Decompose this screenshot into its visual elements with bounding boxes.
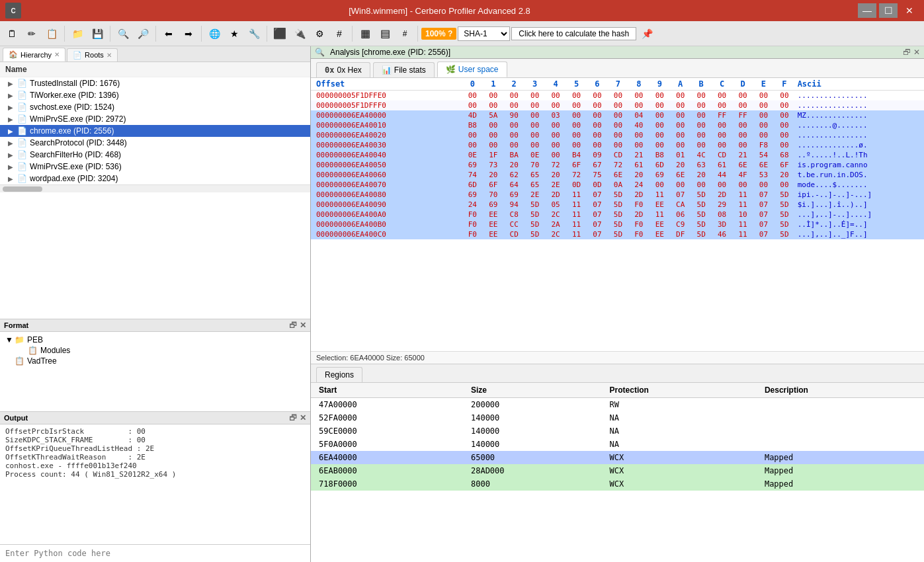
hex-byte[interactable]: 5D — [691, 190, 711, 200]
hex-byte[interactable]: 00 — [712, 91, 732, 101]
tb-save-icon[interactable]: 🗒 — [3, 24, 21, 43]
hex-byte[interactable]: 6E — [732, 160, 753, 170]
hex-byte[interactable]: 5D — [774, 190, 794, 200]
tb-pin-icon[interactable]: 📌 — [638, 24, 656, 43]
expander-icon[interactable]: ▶ — [8, 92, 17, 99]
hex-byte[interactable]: 00 — [545, 91, 566, 101]
tb-grid1-icon[interactable]: ▦ — [356, 24, 374, 43]
hex-byte[interactable]: 00 — [525, 120, 545, 130]
hex-byte[interactable]: 20 — [774, 170, 794, 180]
hex-byte[interactable]: 2D — [545, 190, 566, 200]
tb-back-icon[interactable]: ⬅ — [159, 24, 178, 43]
hex-byte[interactable]: 94 — [504, 200, 525, 210]
hex-byte[interactable]: 00 — [774, 180, 794, 190]
hex-byte[interactable]: 00 — [608, 130, 628, 140]
hex-byte[interactable]: 07 — [587, 210, 607, 220]
hex-byte[interactable]: 07 — [587, 200, 607, 210]
hex-byte[interactable]: 11 — [566, 210, 587, 220]
hex-byte[interactable]: 07 — [587, 190, 607, 200]
hex-row[interactable]: 000000006EA40060742062652072756E20696E20… — [311, 170, 924, 180]
hex-byte[interactable]: 00 — [608, 110, 628, 120]
hex-byte[interactable]: 00 — [462, 140, 483, 150]
hex-byte[interactable]: BA — [504, 150, 525, 160]
hex-byte[interactable]: 00 — [566, 110, 587, 120]
hex-byte[interactable]: 01 — [670, 150, 691, 160]
expander-icon[interactable]: ▶ — [8, 140, 17, 147]
hex-byte[interactable]: 5D — [608, 229, 628, 239]
hex-byte[interactable]: 00 — [732, 140, 753, 150]
hex-byte[interactable]: 07 — [753, 220, 774, 229]
hex-byte[interactable]: 00 — [525, 110, 545, 120]
hex-byte[interactable]: FF — [732, 110, 753, 120]
close-button[interactable]: ✕ — [900, 3, 919, 18]
hex-byte[interactable]: 00 — [628, 130, 649, 140]
hex-byte[interactable]: 00 — [732, 100, 753, 110]
regions-table-container[interactable]: Start Size Protection Description 47A000… — [311, 383, 924, 562]
hex-byte[interactable]: 00 — [504, 100, 525, 110]
hex-byte[interactable]: 05 — [545, 200, 566, 210]
hex-byte[interactable]: 69 — [462, 160, 483, 170]
hex-byte[interactable]: 5D — [691, 200, 711, 210]
hex-byte[interactable]: 54 — [753, 150, 774, 160]
expander-icon[interactable]: ▶ — [8, 175, 17, 182]
hex-byte[interactable]: 5D — [691, 229, 711, 239]
hex-byte[interactable]: 00 — [545, 140, 566, 150]
hex-byte[interactable]: 6F — [566, 160, 587, 170]
hex-byte[interactable]: EE — [650, 220, 670, 229]
python-input[interactable] — [0, 545, 310, 562]
hex-byte[interactable]: F0 — [628, 229, 649, 239]
roots-tab-close[interactable]: ✕ — [106, 52, 112, 59]
expander-icon[interactable]: ▶ — [8, 116, 17, 123]
peb-expander-icon[interactable]: ▼ — [5, 335, 15, 344]
hex-byte[interactable]: 2E — [545, 180, 566, 190]
regions-row[interactable]: 6EA4000065000WCXMapped — [311, 451, 924, 464]
hex-byte[interactable]: 06 — [670, 210, 691, 220]
tb-open-icon[interactable]: 📁 — [68, 24, 87, 43]
hex-byte[interactable]: 09 — [587, 150, 607, 160]
hex-byte[interactable]: 20 — [483, 170, 503, 180]
hex-row[interactable]: 000000006EA400C0F0EECD5D2C11075DF0EEDF5D… — [311, 229, 924, 239]
hex-byte[interactable]: 6D — [462, 180, 483, 190]
hex-byte[interactable]: 5A — [483, 110, 503, 120]
hex-byte[interactable]: 20 — [628, 170, 649, 180]
hex-byte[interactable]: 90 — [504, 110, 525, 120]
hex-byte[interactable]: 6F — [774, 160, 794, 170]
hex-byte[interactable]: 00 — [753, 180, 774, 190]
tb-hash-icon[interactable]: # — [330, 24, 349, 43]
hex-byte[interactable]: 00 — [525, 140, 545, 150]
hex-byte[interactable]: 5D — [525, 200, 545, 210]
hex-byte[interactable]: 00 — [691, 110, 711, 120]
hex-byte[interactable]: 44 — [712, 170, 732, 180]
hex-row[interactable]: 000000006EA40030000000000000000000000000… — [311, 140, 924, 150]
hex-byte[interactable]: 11 — [566, 229, 587, 239]
tb-star-icon[interactable]: ★ — [225, 24, 243, 43]
hex-byte[interactable]: 72 — [566, 170, 587, 180]
hex-byte[interactable]: 00 — [753, 120, 774, 130]
hex-row[interactable]: 000000005F1DFFF0000000000000000000000000… — [311, 100, 924, 110]
hex-byte[interactable]: 72 — [545, 160, 566, 170]
tb-forward-icon[interactable]: ➡ — [179, 24, 198, 43]
hex-byte[interactable]: 00 — [774, 100, 794, 110]
hex-byte[interactable]: 07 — [753, 200, 774, 210]
regions-row[interactable]: 59CE0000140000NA — [311, 424, 924, 438]
hex-byte[interactable]: 00 — [732, 120, 753, 130]
hex-byte[interactable]: 00 — [504, 120, 525, 130]
hex-byte[interactable]: 00 — [691, 120, 711, 130]
tree-item-wmiprvse2972[interactable]: ▶ 📄 WmiPrvSE.exe (PID: 2972) — [0, 113, 310, 125]
hex-byte[interactable]: B4 — [566, 150, 587, 160]
hex-byte[interactable]: 07 — [753, 190, 774, 200]
hex-byte[interactable]: 68 — [774, 150, 794, 160]
hex-byte[interactable]: EE — [650, 200, 670, 210]
analysis-restore-icon[interactable]: 🗗 — [903, 48, 911, 57]
hex-byte[interactable]: EE — [650, 229, 670, 239]
tb-grid2-icon[interactable]: ▤ — [376, 24, 394, 43]
hex-byte[interactable]: 62 — [504, 170, 525, 180]
hex-byte[interactable]: 00 — [628, 91, 649, 101]
hex-byte[interactable]: 4C — [691, 150, 711, 160]
hex-byte[interactable]: 5D — [525, 229, 545, 239]
hex-byte[interactable]: 20 — [545, 170, 566, 180]
hex-byte[interactable]: 21 — [628, 150, 649, 160]
hex-byte[interactable]: 00 — [483, 140, 503, 150]
hex-byte[interactable]: 00 — [628, 140, 649, 150]
hex-byte[interactable]: 00 — [566, 91, 587, 101]
